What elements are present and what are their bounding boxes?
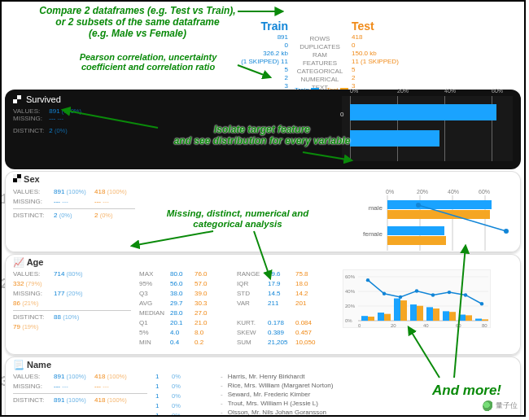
svg-rect-24 — [361, 316, 368, 321]
train-title: Train — [261, 20, 288, 33]
survived-barplot: 0% 20% 40% 60% 0 1 — [342, 96, 513, 161]
svg-rect-27 — [384, 314, 391, 321]
test-title: Test — [352, 20, 374, 33]
svg-text:0%: 0% — [386, 189, 394, 195]
svg-text:male: male — [369, 204, 383, 212]
survived-panel: Survived VALUES: MISSING: DISTINCT: 891 … — [5, 90, 521, 169]
svg-rect-37 — [466, 315, 472, 321]
svg-rect-34 — [443, 311, 449, 321]
sex-panel: Sex VALUES:891 (100%)418 (100%) MISSING:… — [5, 171, 521, 252]
svg-rect-36 — [459, 315, 466, 321]
svg-rect-10 — [387, 200, 492, 209]
svg-rect-33 — [433, 308, 439, 321]
svg-rect-25 — [368, 317, 374, 321]
svg-text:female: female — [363, 230, 383, 238]
name-samples: -Harris, Mr. Henry Birkhardt-Rice, Mrs. … — [221, 372, 333, 417]
annot-andmore: And more! — [432, 383, 501, 399]
svg-rect-28 — [394, 299, 400, 321]
svg-text:20%: 20% — [345, 304, 356, 308]
svg-rect-30 — [410, 304, 417, 321]
grid-icon — [13, 174, 21, 182]
watermark: 量子位 — [483, 400, 518, 412]
svg-point-15 — [504, 229, 509, 234]
svg-rect-38 — [475, 319, 482, 321]
svg-point-14 — [416, 203, 421, 208]
svg-text:0%: 0% — [345, 318, 352, 323]
svg-rect-35 — [449, 312, 456, 321]
svg-text:60%: 60% — [479, 189, 490, 195]
svg-rect-13 — [387, 236, 446, 245]
age-histogram: 60%40%20%0% 020406080 — [343, 269, 491, 328]
svg-rect-29 — [400, 300, 407, 321]
svg-text:0: 0 — [358, 323, 361, 328]
svg-text:80: 80 — [482, 323, 487, 328]
age-panel: 📈 Age VALUES:714 (80%)332 (79%) MISSING:… — [5, 254, 521, 355]
svg-rect-39 — [482, 319, 488, 321]
svg-text:60%: 60% — [345, 274, 356, 279]
grid-icon — [13, 95, 21, 103]
svg-text:40%: 40% — [345, 289, 356, 294]
svg-text:40: 40 — [423, 323, 429, 328]
svg-rect-12 — [387, 226, 444, 235]
svg-text:20%: 20% — [417, 189, 428, 195]
panel-title: Survived — [26, 94, 61, 104]
svg-text:20: 20 — [391, 323, 396, 328]
svg-text:40%: 40% — [448, 189, 459, 195]
svg-rect-26 — [378, 313, 384, 321]
svg-rect-32 — [426, 307, 433, 321]
svg-rect-31 — [417, 306, 423, 321]
wechat-icon — [483, 400, 494, 412]
sex-barplot: 0%20%40%60% male female — [350, 187, 513, 252]
svg-text:60: 60 — [456, 323, 461, 328]
